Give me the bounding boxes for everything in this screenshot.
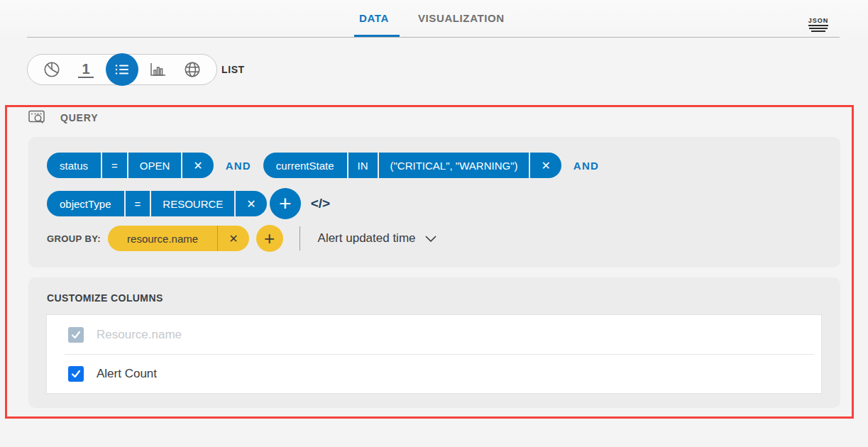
filter-chip-objecttype: objectType = RESOURCE ✕	[47, 191, 267, 216]
filter-value[interactable]: ("CRITICAL", "WARNING")	[378, 153, 529, 178]
column-row-resource-name: Resource.name	[47, 315, 821, 354]
group-by-chip: resource.name ✕	[108, 226, 248, 251]
add-group-by-button[interactable]: +	[256, 225, 283, 252]
check-icon	[70, 368, 82, 380]
json-view-button[interactable]: JSON	[807, 13, 830, 32]
viz-option-bar-chart[interactable]	[144, 55, 172, 84]
filter-field[interactable]: objectType	[47, 191, 124, 216]
conjunction-label: AND	[573, 160, 599, 172]
header-divider	[27, 37, 840, 38]
customize-columns-title: CUSTOMIZE COLUMNS	[47, 292, 163, 304]
selected-viz-label: LIST	[221, 64, 245, 75]
sort-dropdown[interactable]: Alert updated time	[318, 231, 436, 245]
code-icon: </>	[311, 196, 330, 211]
globe-icon	[183, 60, 202, 79]
filter-chip-currentstate: currentState IN ("CRITICAL", "WARNING") …	[263, 153, 561, 178]
remove-filter-icon[interactable]: ✕	[529, 153, 561, 178]
widget-editor: DATA VISUALIZATION JSON 1	[0, 0, 868, 447]
filter-value[interactable]: RESOURCE	[150, 191, 234, 216]
query-section-label: QUERY	[60, 112, 98, 123]
filter-value[interactable]: OPEN	[127, 153, 182, 178]
chevron-down-icon	[425, 236, 436, 242]
query-builder-panel: status = OPEN ✕ AND currentState IN ("CR…	[28, 137, 840, 267]
tab-visualization[interactable]: VISUALIZATION	[418, 12, 505, 24]
filter-field[interactable]: status	[47, 153, 101, 178]
column-row-alert-count: Alert Count	[65, 354, 814, 393]
tab-data[interactable]: DATA	[359, 12, 389, 24]
conjunction-label: AND	[226, 160, 251, 172]
filter-operator[interactable]: =	[124, 191, 150, 216]
filter-operator[interactable]: =	[101, 153, 127, 178]
add-filter-button[interactable]: +	[270, 188, 301, 219]
checkbox-alert-count[interactable]	[68, 366, 84, 382]
group-by-label: GROUP BY:	[47, 233, 101, 244]
checkbox-resource-name	[68, 327, 84, 343]
viz-option-pie-chart[interactable]	[38, 55, 66, 84]
number-one-icon: 1	[78, 62, 93, 78]
column-label: Resource.name	[97, 328, 182, 342]
remove-filter-icon[interactable]: ✕	[234, 191, 266, 216]
group-by-value[interactable]: resource.name	[108, 226, 217, 251]
filter-field[interactable]: currentState	[263, 153, 347, 178]
remove-filter-icon[interactable]: ✕	[181, 153, 213, 178]
viz-option-single-value[interactable]: 1	[72, 55, 100, 84]
json-icon: JSON	[808, 17, 829, 26]
code-view-button[interactable]: </>	[311, 196, 330, 211]
remove-group-by-icon[interactable]: ✕	[217, 226, 248, 251]
vertical-divider	[300, 226, 300, 250]
viz-option-list[interactable]	[106, 53, 138, 86]
check-icon	[70, 329, 82, 341]
filter-operator[interactable]: IN	[347, 153, 378, 178]
tab-bar: DATA VISUALIZATION JSON	[0, 0, 868, 37]
list-icon	[114, 63, 130, 76]
viz-option-geo-map[interactable]	[178, 55, 207, 84]
viz-type-selector: 1	[27, 54, 217, 85]
plus-icon: +	[279, 193, 292, 214]
columns-list: Resource.name Alert Count	[46, 314, 822, 394]
bar-chart-icon	[149, 61, 167, 78]
plus-icon: +	[264, 229, 275, 248]
query-section-header: QUERY	[28, 110, 98, 125]
pie-chart-icon	[43, 60, 61, 79]
sort-dropdown-value: Alert updated time	[318, 231, 416, 245]
column-label: Alert Count	[97, 367, 157, 381]
customize-columns-panel: CUSTOMIZE COLUMNS Resource.name Alert Co…	[28, 277, 840, 408]
query-icon	[28, 110, 46, 125]
filter-chip-status: status = OPEN ✕	[47, 153, 214, 178]
